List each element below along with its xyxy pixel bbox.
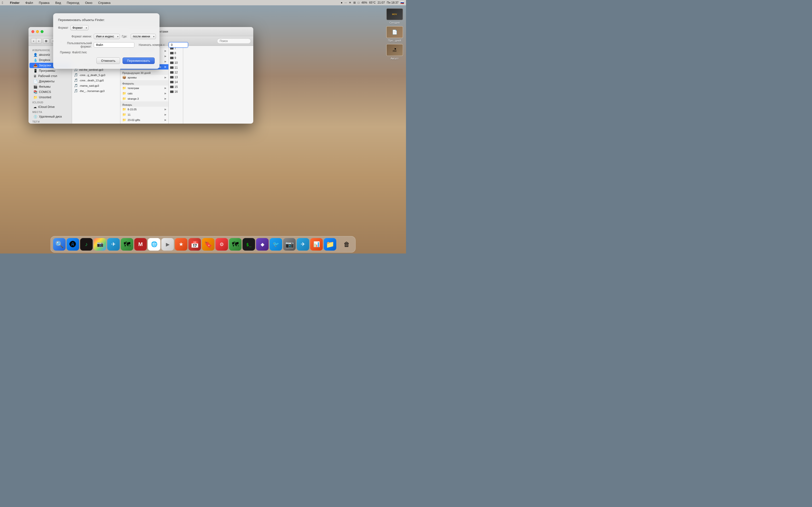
list-item[interactable]: 16 [169, 89, 183, 94]
format-select[interactable]: Формат [70, 25, 89, 31]
menubar-help[interactable]: Справка [97, 1, 111, 5]
right-panel-prev[interactable]: 📄 Пре...дней [386, 26, 403, 42]
right-panel-august[interactable]: 🏖 Август [386, 44, 403, 60]
list-item[interactable]: 📁 11 ▶ [120, 112, 168, 117]
list-item[interactable]: 🎵 -the_...horseman.gp3 [72, 89, 120, 94]
dock-telegram[interactable]: ✈ [107, 238, 120, 250]
dock-photos2[interactable]: 📷 [283, 238, 296, 250]
dock-maps2[interactable]: 🗺 [229, 238, 242, 250]
item-name: 8-15.05 [128, 108, 137, 111]
menubar-file[interactable]: Файл [24, 1, 34, 5]
file-thumb-icon [170, 76, 173, 78]
sidebar-item-comics[interactable]: 📚 COMICS [30, 89, 71, 95]
custom-format-input[interactable] [94, 42, 134, 48]
list-item[interactable]: 🎵 -mama_said.gp3 [72, 83, 120, 89]
view-icon-btn[interactable]: ⊞ [43, 38, 49, 44]
chevron-right-icon: ▶ [164, 76, 166, 79]
sidebar-item-documents[interactable]: 📄 Документы [30, 79, 71, 84]
list-item[interactable]: 10 [169, 60, 183, 65]
list-item[interactable]: 8 [169, 51, 183, 56]
dock-tes[interactable]: ⚙ [215, 238, 228, 250]
item-number: 12 [174, 71, 177, 74]
item-number: 11 [174, 66, 177, 69]
format-label: Формат [58, 26, 68, 30]
dock-terminal[interactable]: $_ [243, 238, 255, 250]
list-item[interactable]: 📁 cats ▶ [120, 91, 168, 96]
search-input[interactable] [217, 38, 251, 44]
item-name: strange-3 [128, 97, 139, 100]
maximize-button[interactable] [41, 30, 44, 33]
sidebar-item-remote[interactable]: 💿 Удаленный диск [30, 114, 71, 119]
menubar-view[interactable]: Вид [54, 1, 62, 5]
dock-maps[interactable]: 🗺 [121, 238, 134, 250]
sidebar-item-unsorted[interactable]: 📁 Unsorted [30, 95, 71, 100]
dock-fantastical[interactable]: 📅 [189, 238, 201, 250]
file-thumb-icon [170, 66, 173, 69]
list-item[interactable]: 11 [169, 65, 183, 70]
list-item[interactable]: 🎵 -cree...death_13.gp5 [72, 78, 120, 83]
list-item[interactable]: 15 [169, 84, 183, 89]
dock-trash[interactable]: 🗑 [341, 238, 353, 250]
close-button[interactable] [32, 30, 34, 33]
dock-appstore[interactable]: 🅐 [67, 238, 79, 250]
name-format-select[interactable]: Имя и индекс [94, 34, 120, 39]
file-icon: 🎵 [74, 78, 78, 82]
list-item[interactable]: 📁 strange-3 ▶ [120, 96, 168, 101]
dock-bird[interactable]: 🐦 [270, 238, 282, 250]
desktop-icon: 🖥 [33, 74, 37, 78]
back-button[interactable]: ‹ [31, 38, 36, 44]
numbers-column: 7 8 9 10 11 [169, 46, 183, 124]
dialog-title: Переименовать объекты Finder: [58, 18, 155, 22]
dock-bookmarks[interactable]: 🔖 [202, 238, 215, 250]
cancel-button[interactable]: Отменить [96, 57, 120, 64]
menubar-temp: 65°C [369, 1, 376, 4]
sidebar-item-desktop[interactable]: 🖥 Рабочий стол [30, 73, 71, 79]
file-thumb-icon [170, 52, 173, 54]
item-number: 9 [174, 56, 176, 60]
file-thumb-icon [170, 57, 173, 59]
minimize-button[interactable] [36, 30, 39, 33]
dock-spotify[interactable]: ♪ [80, 238, 93, 250]
dock-finder[interactable]: 🔍 [53, 238, 66, 250]
menubar-finder[interactable]: Finder [9, 1, 20, 5]
dock-quicktime[interactable]: ▶ [161, 238, 174, 250]
sidebar-item-apps[interactable]: 📱 Программы [30, 68, 71, 73]
menubar-flag: 🇷🇺 [400, 1, 404, 4]
list-item[interactable]: 📁 8-15.05 ▶ [120, 107, 168, 112]
dock-slides[interactable]: 📊 [310, 238, 323, 250]
dock-files[interactable]: 📁 [324, 238, 337, 250]
name-format-label: Формат имени: [58, 35, 92, 38]
list-item[interactable]: 📦 архивы ▶ [120, 75, 168, 80]
list-item[interactable]: 13 [169, 75, 183, 80]
example-row: Пример: Файл0.heic [58, 51, 155, 54]
dock-telegram2[interactable]: ✈ [297, 238, 309, 250]
list-item[interactable]: 📁 23-02-gifts ▶ [120, 117, 168, 123]
sidebar-item-icloud[interactable]: ☁ iCloud Drive [30, 104, 71, 110]
dock-chrome[interactable]: 🌐 [148, 238, 160, 250]
sidebar-item-movies[interactable]: 🎬 Фильмы [30, 84, 71, 89]
apple-menu[interactable]:  [2, 1, 3, 5]
menubar-window[interactable]: Окно [84, 1, 93, 5]
list-item[interactable]: 📁 телеграм ▶ [120, 86, 168, 91]
dock-photos[interactable]: 📷 [94, 238, 106, 250]
list-item[interactable]: 14 [169, 80, 183, 84]
start-number-input[interactable] [169, 42, 188, 48]
list-item[interactable]: 12 [169, 70, 183, 75]
menubar-edit[interactable]: Правка [38, 1, 51, 5]
dock-git[interactable]: ◆ [256, 238, 269, 250]
list-item[interactable]: 🎵 -cree...g_death_5.gp3 [72, 72, 120, 78]
chevron-right-icon: ▶ [164, 65, 166, 68]
chevron-right-icon: ▶ [164, 97, 166, 100]
format-row: Формат Формат [58, 25, 155, 31]
right-panel-today[interactable]: MOV Сегодня [386, 8, 403, 24]
dock-mendeley[interactable]: M [134, 238, 147, 250]
where-select[interactable]: после имени [131, 34, 156, 39]
comics-icon: 📚 [33, 90, 38, 94]
forward-button[interactable]: › [36, 38, 41, 44]
menubar-go[interactable]: Переход [66, 1, 80, 5]
rename-button[interactable]: Переименовать [122, 57, 155, 64]
dock-reeder[interactable]: ★ [175, 238, 188, 250]
item-number: 8 [174, 51, 176, 55]
sidebar-item-label: Рабочий стол [38, 74, 57, 78]
list-item[interactable]: 9 [169, 56, 183, 60]
